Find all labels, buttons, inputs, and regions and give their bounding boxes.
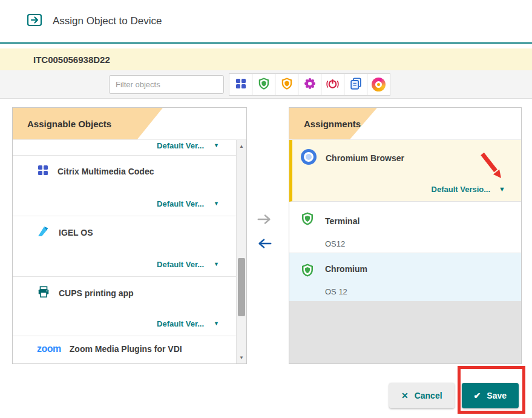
filter-toolbar bbox=[0, 70, 532, 99]
power-objects-filter-button[interactable] bbox=[321, 73, 344, 96]
assign-right-arrow-button[interactable] bbox=[256, 213, 273, 225]
files-filter-button[interactable] bbox=[344, 73, 367, 96]
citrix-codec-icon bbox=[37, 164, 49, 179]
blue-files-icon bbox=[349, 77, 363, 92]
chevron-down-icon: ▼ bbox=[214, 321, 219, 327]
move-arrows bbox=[256, 213, 273, 250]
object-type-filters bbox=[229, 73, 390, 96]
device-row: ITC005056938D22 bbox=[0, 48, 532, 70]
list-item-label: Citrix Multimedia Codec bbox=[57, 167, 154, 176]
assignment-item-label: Terminal bbox=[325, 216, 360, 226]
list-item-cups-printing-app[interactable]: CUPS printing app Default Ver... ▼ bbox=[13, 277, 236, 336]
device-id: ITC005056938D22 bbox=[33, 55, 110, 65]
apps-grid-icon bbox=[235, 78, 247, 91]
header-divider bbox=[0, 42, 532, 44]
scroll-down-button[interactable]: ▼ bbox=[237, 351, 246, 363]
save-button[interactable]: ✔ Save bbox=[462, 383, 519, 408]
scroll-down-icon: ▼ bbox=[239, 355, 244, 360]
assignment-item-terminal[interactable]: Terminal OS12 bbox=[289, 202, 521, 253]
app-shield-icon bbox=[300, 263, 315, 280]
assign-object-icon bbox=[27, 13, 44, 30]
zoom-logo: zoom bbox=[37, 343, 61, 354]
assignment-item-label: Chromium bbox=[325, 264, 367, 274]
assign-object-dialog: Assign Object to Device ITC005056938D22 bbox=[0, 0, 532, 418]
purple-badge-icon bbox=[303, 77, 317, 92]
unassign-left-arrow-button[interactable] bbox=[256, 237, 273, 250]
assignable-objects-title: Assignable Objects bbox=[27, 108, 111, 140]
close-icon: ✕ bbox=[401, 391, 409, 400]
version-dropdown[interactable]: Default Ver... ▼ bbox=[157, 199, 219, 208]
list-item-igel-os[interactable]: IGEL OS Default Ver... ▼ bbox=[13, 216, 236, 277]
assignable-objects-panel: Assignable Objects Default Ver... ▼ bbox=[12, 107, 247, 364]
assignments-panel: Assignments Chromium Browser Default Ver… bbox=[289, 107, 522, 364]
orange-shield-icon bbox=[280, 77, 294, 92]
dialog-title: Assign Object to Device bbox=[53, 15, 162, 27]
list-item-label: Zoom Media Plugins for VDI bbox=[70, 344, 182, 354]
list-item-zoom-media-plugins[interactable]: zoom Zoom Media Plugins for VDI bbox=[13, 336, 236, 363]
assignments-empty-area bbox=[289, 302, 521, 363]
firmware-colorful-icon bbox=[372, 78, 386, 91]
arrow-left-icon bbox=[256, 242, 273, 251]
check-icon: ✔ bbox=[474, 391, 481, 400]
cancel-button[interactable]: ✕ Cancel bbox=[389, 383, 455, 408]
firmware-filter-button[interactable] bbox=[367, 73, 390, 96]
chevron-down-icon: ▼ bbox=[214, 201, 219, 207]
assignment-item-chromium[interactable]: Chromium OS 12 bbox=[289, 253, 521, 302]
scroll-up-button[interactable]: ▲ bbox=[237, 140, 246, 152]
assignment-item-label: Chromium Browser bbox=[326, 153, 404, 163]
priority-profiles-filter-button[interactable] bbox=[275, 73, 298, 96]
chromium-browser-icon bbox=[301, 149, 317, 165]
assignment-item-chromium-browser[interactable]: Chromium Browser Default Versio... ▼ bbox=[289, 140, 521, 202]
scrollbar-thumb[interactable] bbox=[238, 258, 245, 316]
arrow-right-icon bbox=[256, 218, 273, 227]
profiles-filter-button[interactable] bbox=[252, 73, 275, 96]
apps-filter-button[interactable] bbox=[229, 73, 252, 96]
assignments-header: Assignments bbox=[289, 108, 521, 140]
vertical-scrollbar[interactable]: ▲ ▼ bbox=[236, 140, 246, 363]
assignable-objects-header: Assignable Objects bbox=[13, 108, 246, 140]
list-item-label: CUPS printing app bbox=[59, 288, 134, 298]
chevron-down-icon: ▼ bbox=[214, 143, 219, 148]
assignment-item-os: OS 12 bbox=[325, 287, 347, 296]
master-profiles-filter-button[interactable] bbox=[298, 73, 321, 96]
green-shield-icon bbox=[257, 77, 271, 92]
list-item-citrix-multimedia-codec[interactable]: Citrix Multimedia Codec Default Ver... ▼ bbox=[13, 156, 236, 216]
version-dropdown[interactable]: Default Ver... ▼ bbox=[157, 141, 219, 150]
filter-objects-input[interactable] bbox=[109, 75, 224, 94]
chevron-down-icon: ▼ bbox=[214, 262, 219, 267]
dialog-header: Assign Object to Device bbox=[0, 0, 532, 42]
assignable-objects-list: Default Ver... ▼ Citrix Multimedia Codec bbox=[13, 140, 246, 363]
version-dropdown[interactable]: Default Versio... ▼ bbox=[432, 185, 505, 194]
app-shield-icon bbox=[300, 211, 315, 228]
cups-printer-icon bbox=[37, 285, 50, 301]
version-dropdown[interactable]: Default Ver... ▼ bbox=[157, 260, 219, 269]
assignments-list: Chromium Browser Default Versio... ▼ Ter… bbox=[289, 140, 521, 363]
red-power-icon bbox=[326, 77, 340, 92]
list-item-partial[interactable]: Default Ver... ▼ bbox=[13, 140, 236, 156]
igel-os-icon bbox=[37, 225, 50, 241]
scroll-up-icon: ▲ bbox=[239, 144, 244, 149]
assignment-item-os: OS12 bbox=[325, 239, 345, 248]
chevron-down-icon: ▼ bbox=[499, 186, 505, 193]
dialog-footer: ✕ Cancel ✔ Save bbox=[389, 383, 519, 408]
list-item-label: IGEL OS bbox=[59, 228, 93, 237]
assignments-title: Assignments bbox=[304, 108, 361, 140]
version-dropdown[interactable]: Default Ver... ▼ bbox=[157, 319, 219, 328]
